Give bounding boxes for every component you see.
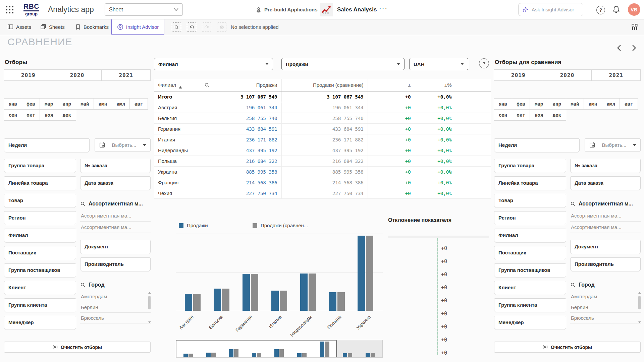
notifications-bell-icon[interactable]	[612, 5, 621, 14]
help-button[interactable]: ?	[596, 6, 605, 14]
month-button[interactable]: июн	[584, 98, 602, 110]
month-button[interactable]: апр	[58, 98, 76, 110]
month-button[interactable]: мар	[530, 98, 548, 110]
dimension-cell[interactable]: Польша	[154, 156, 214, 167]
filter-box[interactable]: Поставщик	[494, 246, 566, 259]
bar-group[interactable]	[329, 234, 345, 311]
bar-group[interactable]	[358, 234, 373, 311]
search-icon[interactable]	[570, 201, 576, 206]
bar-comparison[interactable]	[222, 289, 229, 311]
bar-group[interactable]	[214, 234, 229, 311]
dimension-cell[interactable]: Бельгия	[154, 113, 214, 124]
filter-box[interactable]: Филиал	[4, 229, 76, 242]
search-selections-icon[interactable]	[172, 22, 181, 32]
next-sheet-button[interactable]	[630, 44, 637, 52]
dimension-cell[interactable]: Франция	[154, 177, 214, 188]
year-button[interactable]: 2019	[4, 69, 53, 81]
column-header-sales[interactable]: Продажи	[214, 79, 281, 92]
month-button[interactable]: авг	[129, 98, 148, 110]
bar-comparison[interactable]	[251, 274, 258, 311]
month-button[interactable]: апр	[548, 98, 566, 110]
month-button[interactable]: фев	[22, 98, 40, 110]
filter-box[interactable]: Линейка товара	[494, 176, 566, 189]
filter-box[interactable]: Документ	[570, 240, 641, 253]
list-item[interactable]: Брюссель	[80, 313, 151, 323]
search-icon[interactable]	[204, 82, 210, 88]
column-header-comparison[interactable]: Продажи (сравнение)	[281, 79, 368, 92]
bar-sales[interactable]	[243, 274, 250, 311]
scroll-down-arrow[interactable]	[148, 321, 151, 323]
chart-help-button[interactable]: ?	[479, 58, 489, 68]
filter-box[interactable]: Филиал	[494, 229, 566, 242]
filter-box[interactable]: Дата заказа	[570, 176, 641, 189]
filter-box[interactable]: Группа клиента	[494, 298, 566, 311]
month-button[interactable]: ноя	[40, 109, 58, 121]
month-button[interactable]: окт	[512, 109, 530, 121]
list-item[interactable]: Брюссель	[570, 313, 641, 323]
filter-box[interactable]: Группа товара	[494, 159, 566, 172]
month-button[interactable]: мар	[40, 98, 58, 110]
dimension-cell[interactable]: Германия	[154, 124, 214, 134]
scrollbar-thumb[interactable]	[148, 296, 151, 309]
dimension-cell[interactable]: Австрия	[154, 102, 214, 113]
dimension-cell[interactable]: Украина	[154, 167, 214, 177]
ask-insight-advisor-input[interactable]	[531, 6, 580, 13]
month-button[interactable]: янв	[4, 98, 22, 110]
sheet-selector[interactable]: Sheet	[105, 3, 183, 16]
month-button[interactable]: июл	[602, 98, 620, 110]
bar-sales[interactable]	[358, 236, 365, 311]
ask-insight-advisor-search[interactable]	[518, 3, 583, 16]
scrollbar-thumb[interactable]	[638, 296, 641, 309]
insight-advisor-button[interactable]: Insight Advisor	[111, 19, 164, 35]
month-button[interactable]: май	[76, 98, 94, 110]
legend-item-sales[interactable]: Продажи	[179, 223, 208, 228]
week-filter-box[interactable]: Неделя	[494, 138, 580, 152]
bar-group[interactable]	[243, 234, 258, 311]
list-item[interactable]: Амстердам	[570, 291, 641, 302]
scrollbar[interactable]	[148, 292, 151, 323]
bar-comparison[interactable]	[337, 292, 345, 311]
sheets-button[interactable]: Sheets	[40, 19, 65, 35]
filter-box[interactable]: Дата заказа	[80, 176, 151, 189]
year-button[interactable]: 2020	[53, 69, 102, 81]
scrollbar[interactable]	[638, 292, 641, 323]
user-avatar[interactable]: VB	[628, 3, 640, 16]
previous-sheet-button[interactable]	[616, 44, 623, 52]
list-item[interactable]: Ассортиментная ма...	[570, 210, 641, 222]
filter-box[interactable]: Группа клиента	[4, 298, 76, 311]
list-item[interactable]: Амстердам	[80, 291, 151, 302]
prebuild-applications-link[interactable]: Pre-build Applications	[256, 0, 318, 19]
total-label-cell[interactable]: Итого	[154, 92, 214, 102]
month-button[interactable]: сен	[4, 109, 22, 121]
search-icon[interactable]	[80, 282, 86, 288]
bar-comparison[interactable]	[366, 236, 373, 311]
list-item[interactable]: Ассортиментная ма...	[80, 222, 151, 233]
column-header-delta-pct[interactable]: ±%	[415, 79, 456, 92]
filter-box[interactable]: Группа поставщиков	[4, 263, 76, 277]
month-button[interactable]: ноя	[530, 109, 548, 121]
date-picker-dropdown[interactable]: Выбрать...	[95, 138, 151, 152]
filter-box[interactable]: Группа поставщиков	[494, 263, 566, 277]
month-button[interactable]: фев	[512, 98, 530, 110]
bar-sales[interactable]	[271, 291, 279, 311]
assets-button[interactable]: Assets	[7, 19, 31, 35]
month-button[interactable]: май	[566, 98, 584, 110]
month-button[interactable]: янв	[494, 98, 512, 110]
month-button[interactable]: окт	[22, 109, 40, 121]
legend-item-comparison[interactable]: Продажи (сравнен...	[253, 223, 308, 228]
step-back-icon[interactable]	[187, 22, 196, 32]
bar-group[interactable]	[300, 234, 316, 311]
scroll-up-arrow[interactable]	[638, 292, 641, 294]
filter-box[interactable]: Клиент	[494, 281, 566, 294]
bar-comparison[interactable]	[193, 294, 201, 311]
filter-box[interactable]: Регион	[494, 211, 566, 224]
filter-box[interactable]: Производитель	[570, 257, 641, 270]
dimension-cell[interactable]: Нидерланды	[154, 145, 214, 156]
month-button[interactable]: сен	[494, 109, 512, 121]
clear-all-selections-icon[interactable]	[217, 22, 226, 32]
column-header-delta[interactable]: ±	[368, 79, 415, 92]
dimension-cell[interactable]: Чехия	[154, 188, 214, 199]
bar-group[interactable]	[185, 234, 201, 311]
dimension-dropdown[interactable]: Филиал	[154, 58, 273, 70]
filter-box[interactable]: Производитель	[80, 257, 151, 270]
